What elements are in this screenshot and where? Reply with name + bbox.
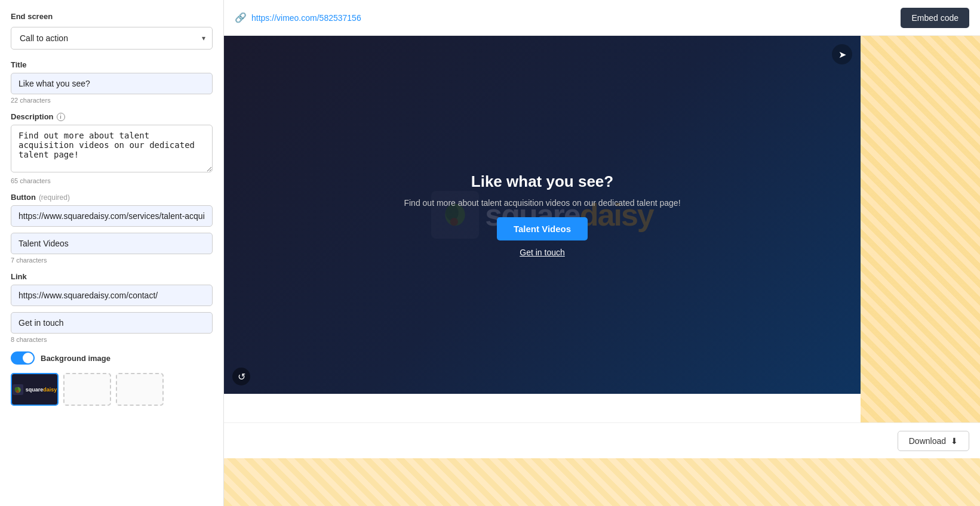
button-label: Button (required) [11, 193, 213, 202]
background-image-label: Background image [41, 354, 110, 363]
download-label: Download [909, 436, 946, 446]
title-label: Title [11, 60, 213, 69]
background-image-toggle[interactable] [11, 351, 35, 365]
send-icon-button[interactable]: ➤ [832, 44, 852, 64]
title-char-count: 22 characters [11, 97, 213, 104]
end-screen-label: End screen [11, 12, 213, 21]
get-in-touch-link[interactable]: Get in touch [520, 248, 565, 257]
button-char-count: 7 characters [11, 257, 213, 264]
title-input[interactable] [11, 73, 213, 94]
video-preview: squaredaisy Like what you see? Find out … [224, 36, 861, 394]
right-area: 🔗 https://vimeo.com/582537156 Embed code [224, 0, 980, 506]
svg-point-3 [16, 390, 19, 393]
link-char-count: 8 characters [11, 336, 213, 343]
end-screen-title: Like what you see? [471, 172, 613, 191]
button-text-input[interactable] [11, 233, 213, 254]
squaredaisy-logo-icon [13, 384, 23, 395]
link-label: Link [11, 272, 213, 281]
link-text-input[interactable] [11, 312, 213, 334]
end-screen-dropdown-wrapper[interactable]: Call to actionSubscribeNone ▾ [11, 27, 213, 50]
end-screen-description: Find out more about talent acquisition v… [404, 198, 680, 208]
description-label: Description i [11, 112, 213, 121]
bottom-bar: Download ⬇ [224, 422, 980, 458]
bg-images-row: squaredaisy [11, 373, 213, 406]
description-section: Description i Find out more about talent… [11, 112, 213, 184]
bg-image-thumb-1[interactable]: squaredaisy [11, 373, 59, 406]
bg-image-thumb-2[interactable] [63, 373, 111, 406]
background-image-row: Background image [11, 351, 213, 365]
top-bar: 🔗 https://vimeo.com/582537156 Embed code [224, 0, 980, 36]
end-screen-overlay: Like what you see? Find out more about t… [224, 36, 861, 394]
link-section: Link 8 characters [11, 272, 213, 343]
vimeo-url: https://vimeo.com/582537156 [251, 13, 361, 23]
button-url-input[interactable] [11, 205, 213, 227]
info-icon[interactable]: i [57, 113, 65, 121]
button-section: Button (required) 7 characters [11, 193, 213, 264]
vimeo-link[interactable]: 🔗 https://vimeo.com/582537156 [235, 12, 361, 23]
end-screen-dropdown[interactable]: Call to actionSubscribeNone [11, 27, 213, 50]
send-icon: ➤ [838, 49, 846, 60]
link-icon: 🔗 [235, 12, 247, 23]
link-url-input[interactable] [11, 285, 213, 306]
description-char-count: 65 characters [11, 177, 213, 184]
left-panel: End screen Call to actionSubscribeNone ▾… [0, 0, 224, 506]
talent-videos-button[interactable]: Talent Videos [497, 217, 588, 240]
bottom-orange-band [224, 458, 980, 506]
video-container: squaredaisy Like what you see? Find out … [224, 36, 980, 422]
embed-code-button[interactable]: Embed code [901, 8, 969, 28]
download-button[interactable]: Download ⬇ [898, 431, 969, 451]
description-textarea[interactable]: Find out more about talent acquisition v… [11, 125, 213, 172]
title-section: Title 22 characters [11, 60, 213, 104]
squaredaisy-label: squaredaisy [26, 387, 57, 393]
orange-side-panel [861, 36, 980, 422]
bg-image-thumb-3[interactable] [116, 373, 164, 406]
download-icon: ⬇ [951, 436, 958, 446]
